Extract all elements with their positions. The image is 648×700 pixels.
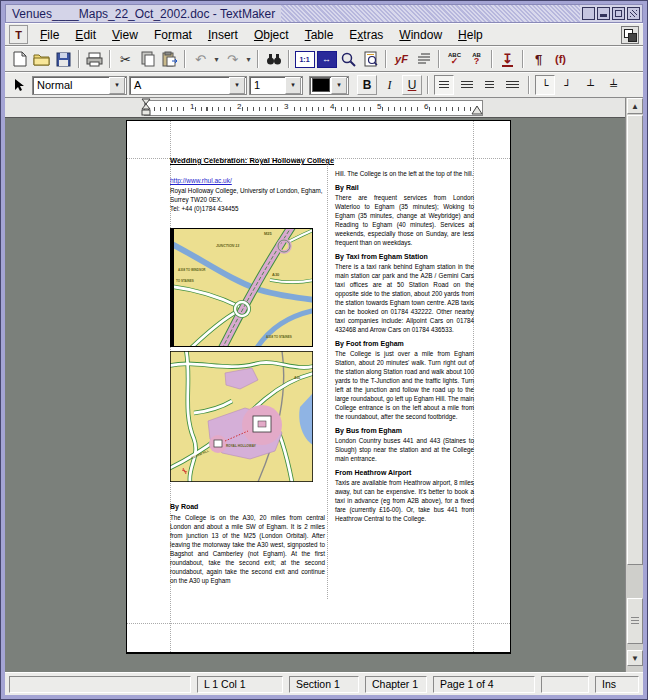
menu-window[interactable]: Window [391,26,450,44]
horizontal-ruler[interactable]: 1 2 3 4 5 6 [144,100,483,116]
status-line-col-cell[interactable]: L 1 Col 1 [197,676,283,693]
tab-center-button[interactable]: ┴ [580,75,601,96]
tab-right-icon: ┘ [564,79,571,92]
new-document-button[interactable] [9,49,30,70]
menu-table[interactable]: Table [297,26,342,44]
align-right-button[interactable] [456,75,477,96]
paragraph-style-button[interactable] [413,49,434,70]
fit-width-button[interactable]: ↔ [316,49,337,70]
font-color-select[interactable]: ▾ [309,76,349,95]
maximize-button[interactable] [612,7,625,20]
toolbar-separator [184,50,186,68]
toolbar-separator [288,50,290,68]
undo-dropdown[interactable]: ▾ [212,55,221,64]
italic-button[interactable]: I [379,75,400,96]
heathrow-heading: From Heathrow Airport [335,468,474,478]
paste-icon [162,51,178,67]
standard-toolbar: ✂ ↶ ▾ ↷ ▾ 1:1 ↔ yF ABC✓ [5,46,643,72]
maximize-icon [615,10,622,17]
scroll-up-button[interactable]: ▲ [627,98,643,114]
document-workspace[interactable]: Wedding Celebration: Royal Holloway Coll… [5,118,627,674]
by-bus-heading: By Bus from Egham [335,426,474,436]
character-style-icon: yF [395,54,408,65]
menu-extras[interactable]: Extras [341,26,391,44]
map-label: JUNCTION 13 [216,244,239,248]
map-label: A30 [272,272,280,277]
bold-button[interactable]: B [357,75,377,95]
status-insert-mode-cell[interactable]: Ins [595,676,639,693]
align-justify-button[interactable] [502,75,523,96]
minimize-button[interactable] [597,7,610,20]
spell-check-button[interactable]: ABC✓ [444,49,465,70]
status-bar: L 1 Col 1 Section 1 Chapter 1 Page 1 of … [5,672,643,695]
align-center-button[interactable] [479,75,500,96]
align-left-icon [439,81,449,90]
indent-marker-right[interactable] [471,104,483,116]
formatting-marks-button[interactable]: ¶ [528,49,549,70]
by-bus-text: London Country buses 441 and 443 (Staine… [335,436,474,463]
save-button[interactable] [53,49,74,70]
undo-button[interactable]: ↶ [190,49,211,70]
indent-marker-left[interactable] [141,98,153,118]
object-pointer-button[interactable] [9,75,30,96]
print-preview-button[interactable] [360,49,381,70]
zoom-actual-button[interactable]: 1:1 [294,49,315,70]
tab-decimal-button[interactable]: ╧ [603,75,624,96]
redo-icon: ↷ [227,53,238,66]
fit-width-icon: ↔ [317,51,337,68]
font-size-select[interactable]: 1 ▾ [249,76,303,95]
status-page-cell[interactable]: Page 1 of 4 [433,676,535,693]
app-icon[interactable]: T [9,25,28,44]
map-label: A308 TO STAINES [266,335,292,339]
character-style-button[interactable]: yF [391,49,412,70]
scrollbar-split-grip[interactable] [627,598,643,644]
heathrow-text: Taxis are available from Heathrow airpor… [335,478,474,523]
up-arrow-icon: ▲ [631,102,639,111]
close-icon [630,10,637,17]
open-button[interactable] [31,49,52,70]
redo-button[interactable]: ↷ [222,49,243,70]
redo-dropdown[interactable]: ▾ [244,55,253,64]
margin-guide-bottom [127,623,510,624]
menu-format[interactable]: Format [146,26,200,44]
align-left-button[interactable] [434,75,454,95]
close-button[interactable] [627,7,640,20]
menu-file[interactable]: File [32,26,67,44]
menu-view[interactable]: View [104,26,146,44]
campus-map-image[interactable]: ROYAL HOLLOWAY EGHAM HILL A30 [170,351,313,482]
map-label: TO STAINES [176,279,194,283]
college-link[interactable]: http://www.rhul.ac.uk/ [170,176,325,186]
scroll-down-button[interactable]: ▼ [627,650,643,666]
print-button[interactable] [84,49,105,70]
vertical-scrollbar[interactable]: ▲ ▼ [625,98,643,674]
find-button[interactable] [263,49,284,70]
title-bar[interactable]: Venues____Maps_22_Oct_2002.doc - TextMak… [5,4,643,23]
zoom-button[interactable] [338,49,359,70]
tab-right-button[interactable]: ┘ [557,75,578,96]
page[interactable]: Wedding Celebration: Royal Holloway Coll… [126,120,511,654]
copy-button[interactable] [137,49,158,70]
import-button[interactable]: ↧ [497,49,518,70]
document-restore-button[interactable] [621,26,639,44]
paste-button[interactable] [159,49,180,70]
font-name-select[interactable]: A ▾ [129,76,247,95]
menu-edit[interactable]: Edit [67,26,104,44]
thesaurus-button[interactable]: AB? [466,49,487,70]
status-chapter-cell[interactable]: Chapter 1 [365,676,427,693]
status-section-cell[interactable]: Section 1 [289,676,359,693]
cut-button[interactable]: ✂ [115,49,136,70]
scrollbar-thumb[interactable] [627,115,643,565]
menu-insert[interactable]: Insert [200,26,246,44]
menu-object[interactable]: Object [246,26,297,44]
paragraph-style-select[interactable]: Normal ▾ [32,76,127,95]
menu-help[interactable]: Help [450,26,491,44]
tab-left-button[interactable]: └ [535,75,555,95]
field-button[interactable]: (f) [550,49,571,70]
zoom-100-icon: 1:1 [295,51,315,68]
by-road-heading: By Road [170,502,198,512]
column-guide [327,158,328,599]
junction-map-image[interactable]: M25 JUNCTION 13 A30 A308 TO WINDSOR TO S… [170,228,313,347]
by-road-text: The College is on the A30, 20 miles from… [170,513,325,585]
window-menu-button[interactable] [582,7,595,20]
underline-button[interactable]: U [402,75,422,95]
